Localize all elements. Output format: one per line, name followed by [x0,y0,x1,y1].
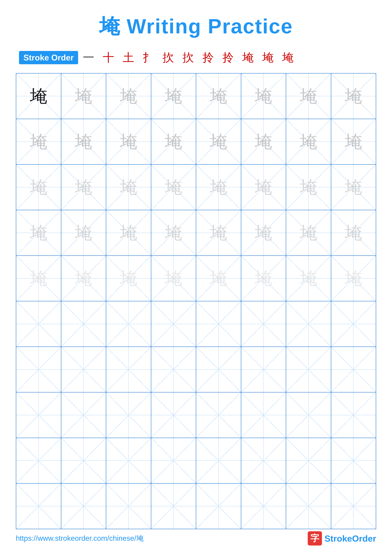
grid-cell[interactable]: 埯 [286,119,331,164]
grid-cell[interactable] [151,347,196,392]
grid-cell[interactable]: 埯 [196,73,241,119]
grid-cell[interactable] [106,393,151,438]
page-container: 埯 Writing Practice Stroke Order 一 十 土 扌 … [0,0,392,555]
grid-cell[interactable] [331,393,376,438]
grid-cell[interactable]: 埯 [241,165,286,210]
grid-cell[interactable] [196,393,241,438]
grid-cell[interactable]: 埯 [61,165,107,210]
practice-char: 埯 [210,224,227,241]
grid-cell[interactable]: 埯 [61,119,107,164]
grid-cell[interactable] [241,393,286,438]
grid-cell[interactable]: 埯 [151,73,196,119]
cell-guide [286,347,331,392]
grid-cell[interactable]: 埯 [241,210,286,255]
grid-cell[interactable]: 埯 [16,165,61,210]
grid-cell[interactable]: 埯 [286,73,331,119]
grid-cell[interactable]: 埯 [16,256,61,301]
grid-cell[interactable] [61,438,107,483]
grid-cell[interactable]: 埯 [106,119,151,164]
footer-url[interactable]: https://www.strokeorder.com/chinese/埯 [16,533,143,543]
grid-cell[interactable]: 埯 [331,256,376,301]
cell-guide [16,301,61,346]
grid-cell[interactable] [61,484,107,529]
grid-cell[interactable] [286,484,331,529]
grid-cell[interactable]: 埯 [151,210,196,255]
grid-cell[interactable] [286,301,331,346]
cell-guide [151,484,196,529]
grid-cell[interactable]: 埯 [106,73,151,119]
grid-cell[interactable]: 埯 [16,210,61,255]
grid-cell[interactable]: 埯 [286,210,331,255]
grid-cell[interactable] [16,484,61,529]
grid-cell[interactable]: 埯 [331,119,376,164]
grid-cell[interactable]: 埯 [151,119,196,164]
stroke-8: 拎 [222,51,236,64]
grid-cell[interactable] [106,438,151,483]
grid-cell[interactable] [196,484,241,529]
grid-cell[interactable] [16,393,61,438]
grid-cell[interactable]: 埯 [151,165,196,210]
grid-cell[interactable] [286,438,331,483]
grid-cell[interactable] [241,347,286,392]
practice-char: 埯 [345,270,362,287]
grid-cell[interactable]: 埯 [331,73,376,119]
grid-cell[interactable] [16,438,61,483]
grid-cell[interactable] [286,393,331,438]
grid-cell[interactable]: 埯 [241,256,286,301]
grid-cell[interactable]: 埯 [196,256,241,301]
grid-cell[interactable]: 埯 [331,165,376,210]
grid-cell[interactable]: 埯 [106,256,151,301]
grid-cell[interactable] [286,347,331,392]
grid-cell[interactable] [61,301,107,346]
cell-guide [61,438,106,483]
grid-cell[interactable] [61,393,107,438]
grid-cell[interactable] [196,301,241,346]
grid-cell[interactable] [151,438,196,483]
grid-cell[interactable]: 埯 [151,256,196,301]
grid-cell[interactable]: 埯 [106,165,151,210]
grid-cell[interactable]: 埯 [241,73,286,119]
grid-cell[interactable]: 埯 [196,119,241,164]
grid-cell[interactable]: 埯 [286,256,331,301]
grid-cell[interactable] [196,438,241,483]
grid-cell[interactable] [61,347,107,392]
grid-cell[interactable] [151,393,196,438]
grid-cell[interactable]: 埯 [106,210,151,255]
grid-cell[interactable] [196,347,241,392]
grid-cell[interactable] [106,301,151,346]
cell-guide [241,438,286,483]
practice-char: 埯 [120,88,137,105]
grid-cell[interactable] [151,301,196,346]
grid-cell[interactable] [331,438,376,483]
grid-cell[interactable]: 埯 [241,119,286,164]
stroke-order-badge[interactable]: Stroke Order [19,51,78,64]
grid-cell[interactable] [331,484,376,529]
grid-cell[interactable]: 埯 [16,73,61,119]
grid-cell[interactable]: 埯 [196,165,241,210]
grid-cell[interactable]: 埯 [16,119,61,164]
grid-cell[interactable]: 埯 [196,210,241,255]
grid-cell[interactable]: 埯 [61,73,107,119]
grid-cell[interactable] [331,301,376,346]
grid-cell[interactable]: 埯 [286,165,331,210]
grid-row-1: 埯 埯 埯 埯 埯 埯 埯 埯 [16,73,376,119]
grid-cell[interactable] [106,347,151,392]
practice-char: 埯 [255,270,272,287]
grid-cell[interactable] [241,301,286,346]
grid-cell[interactable] [241,438,286,483]
grid-cell[interactable] [16,347,61,392]
stroke-1: 一 [83,51,97,64]
practice-char: 埯 [75,270,92,287]
grid-cell[interactable]: 埯 [61,210,107,255]
grid-cell[interactable] [151,484,196,529]
cell-guide [286,438,331,483]
grid-cell[interactable] [16,301,61,346]
grid-cell[interactable] [331,347,376,392]
grid-cell[interactable] [106,484,151,529]
grid-cell[interactable]: 埯 [61,256,107,301]
grid-cell[interactable] [241,484,286,529]
footer-brand: 字 StrokeOrder [308,531,376,546]
grid-cell[interactable]: 埯 [331,210,376,255]
brand-order: Order [352,533,376,543]
grid-row-6 [16,301,376,347]
